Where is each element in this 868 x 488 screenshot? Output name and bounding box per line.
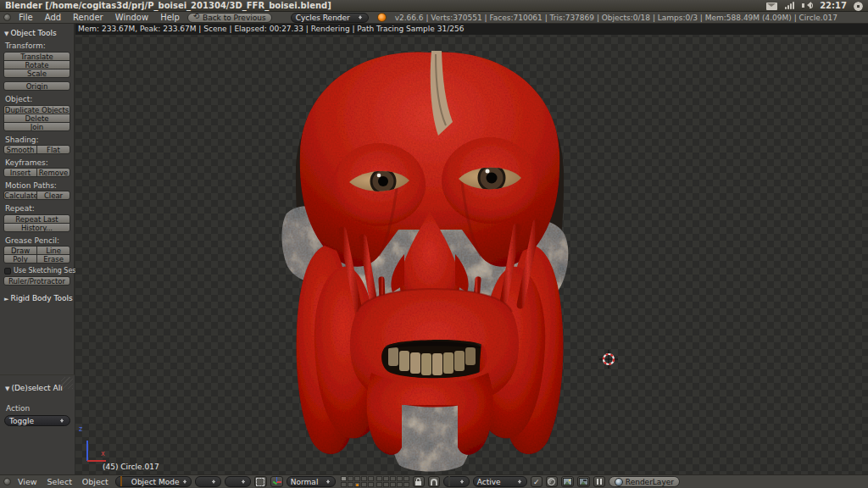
mail-icon[interactable] [766, 3, 777, 10]
manipulator-box-icon [256, 478, 264, 486]
gear-icon[interactable] [854, 2, 863, 11]
operator-panel: ▼(De)select All Action Toggle [0, 374, 75, 474]
opengl-render-button[interactable] [561, 476, 574, 487]
flat-button[interactable]: Flat [36, 145, 70, 154]
layer-cell[interactable] [390, 482, 396, 487]
object-menu[interactable]: Object [79, 477, 112, 486]
layers-widget[interactable] [341, 476, 409, 487]
layer-cell[interactable] [383, 476, 389, 481]
updown-arrows-icon [59, 417, 65, 424]
layer-cell[interactable] [376, 476, 382, 481]
insert-keyframe-button[interactable]: Insert [3, 168, 37, 177]
network-icon[interactable] [784, 1, 795, 10]
duplicate-objects-button[interactable]: Duplicate Objects [3, 105, 70, 114]
gp-erase-button[interactable]: Erase [36, 254, 70, 263]
peel-icon [548, 478, 555, 485]
layer-cell[interactable] [361, 482, 367, 487]
snap-element-select[interactable] [443, 476, 470, 487]
updown-arrows-icon [326, 478, 331, 485]
updown-arrows-icon [211, 478, 217, 485]
scale-button[interactable]: Scale [3, 69, 70, 78]
viewport-3d[interactable]: Mem: 233.67M, Peak: 233.67M | Scene | El… [75, 24, 868, 474]
ruler-protractor-button[interactable]: Ruler/Protractor [3, 276, 70, 286]
layer-cell[interactable] [354, 476, 360, 481]
rigid-body-tools-panel-header[interactable]: ►Rigid Body Tools [4, 294, 70, 302]
render-anim-icon [579, 478, 588, 485]
render-layer-select[interactable]: RenderLayer [609, 476, 680, 487]
menu-file[interactable]: File [14, 13, 37, 22]
layer-cell[interactable] [368, 476, 374, 481]
join-button[interactable]: Join [3, 122, 70, 131]
object-label: Object: [5, 95, 70, 103]
remove-keyframe-button[interactable]: Remove [36, 168, 70, 177]
layer-cell[interactable] [390, 476, 396, 481]
menu-add[interactable]: Add [41, 13, 65, 22]
layer-cell[interactable] [348, 476, 353, 481]
manipulator-toggle[interactable] [254, 476, 267, 487]
magnet-icon [431, 479, 437, 485]
layer-cell[interactable] [403, 482, 409, 487]
snap-element-icon [448, 476, 450, 486]
pause-icon [597, 479, 602, 485]
layer-cell[interactable] [397, 476, 403, 481]
object-mode-icon [120, 476, 122, 486]
snap-peel-object-toggle[interactable] [546, 476, 558, 487]
menu-help[interactable]: Help [156, 13, 184, 22]
snap-target-select[interactable]: Active [473, 476, 527, 487]
panel-grip[interactable] [61, 377, 73, 389]
snap-align-rotation-toggle[interactable] [531, 476, 542, 487]
back-to-previous-button[interactable]: Back to Previous [187, 13, 272, 23]
updown-arrows-icon [241, 478, 247, 485]
volume-icon[interactable] [802, 1, 813, 10]
history-button[interactable]: History... [3, 223, 70, 232]
viewport-shading-select[interactable] [195, 476, 221, 487]
mode-select[interactable]: Object Mode [115, 476, 192, 487]
calculate-button[interactable]: Calculate [3, 191, 37, 200]
view-menu[interactable]: View [14, 477, 41, 486]
action-select[interactable]: Toggle [4, 415, 70, 426]
rendered-reconstruction-model[interactable] [280, 47, 576, 474]
layer-cell[interactable] [397, 482, 403, 487]
origin-button[interactable]: Origin [3, 81, 70, 91]
clock[interactable]: 22:17 [820, 1, 847, 10]
checkbox-icon[interactable] [4, 268, 11, 274]
layer-cell[interactable] [348, 482, 353, 487]
axis-x-label: x [101, 450, 105, 458]
active-object-label: (45) Circle.017 [103, 463, 159, 471]
panel-closed-icon: ► [4, 296, 8, 302]
menu-window[interactable]: Window [111, 13, 153, 22]
layer-cell[interactable] [403, 476, 409, 481]
smooth-button[interactable]: Smooth [3, 145, 37, 154]
orientation-select[interactable]: Normal [287, 476, 336, 487]
gp-poly-button[interactable]: Poly [3, 254, 37, 263]
opengl-render-anim-button[interactable] [577, 476, 590, 487]
translate-manipulator-toggle[interactable] [270, 476, 283, 487]
render-progress-text: Mem: 233.67M, Peak: 233.67M | Scene | El… [75, 24, 868, 35]
layer-cell[interactable] [341, 476, 347, 481]
pivot-point-select[interactable] [225, 476, 251, 487]
blender-logo-icon [377, 13, 387, 22]
render-image-icon [563, 478, 572, 485]
layer-cell[interactable] [368, 482, 374, 487]
layer-cell[interactable] [341, 482, 347, 487]
scene-lock-toggle[interactable] [413, 476, 425, 487]
layer-cell-active[interactable] [354, 482, 360, 487]
panel-open-icon: ▼ [4, 30, 8, 37]
keyframes-label: Keyframes: [5, 158, 70, 167]
transform-label: Transform: [5, 42, 70, 50]
snap-toggle[interactable] [428, 476, 440, 487]
select-menu[interactable]: Select [44, 477, 75, 486]
render-engine-select[interactable]: Cycles Render [291, 13, 369, 23]
back-icon [193, 14, 200, 21]
layer-cell[interactable] [383, 482, 389, 487]
editor-type-icon[interactable] [3, 478, 11, 485]
render-pause-button[interactable] [593, 476, 605, 487]
object-tools-panel-header[interactable]: ▼Object Tools [4, 29, 70, 37]
layer-cell[interactable] [376, 482, 382, 487]
use-sketching-sessions-row[interactable]: Use Sketching Sessions [4, 267, 70, 274]
menu-render[interactable]: Render [69, 13, 108, 22]
clear-button[interactable]: Clear [36, 191, 70, 200]
titlebar: Blender [/home/cogitas3d/prj/P_boisei_20… [0, 0, 868, 12]
editor-type-icon[interactable] [3, 14, 11, 21]
layer-cell[interactable] [361, 476, 367, 481]
